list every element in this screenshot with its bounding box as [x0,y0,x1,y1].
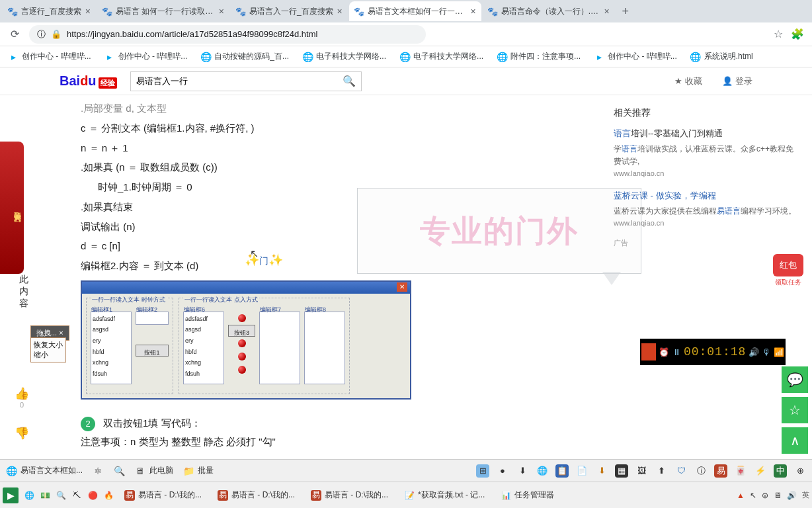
tray-icon[interactable]: 🖼 [635,464,648,478]
tb-icon[interactable]: ⛏ [71,490,82,501]
tray-icon[interactable]: ⓘ [694,464,708,478]
tray-icon[interactable]: ▦ [615,464,628,478]
recommend-item[interactable]: 蓝桥云课 - 做实验，学编程 蓝桥云课为大家提供在线编程易语言编程学习环境。 w… [614,189,799,230]
tray-icon[interactable]: ▲ [737,491,745,500]
close-icon[interactable]: × [604,6,610,17]
tray-icon[interactable]: ⬆ [655,464,668,478]
reload-button[interactable]: ⟳ [8,28,21,40]
chat-icon[interactable]: 💬 [782,366,808,393]
site-info-icon[interactable]: ⓘ [37,28,46,40]
tray-icon[interactable]: ⬇ [595,464,608,478]
tab-2[interactable]: 🐾易语言入一行_百度搜索× [231,1,348,21]
tray-icon[interactable]: ● [496,464,509,478]
new-tab-button[interactable]: + [616,5,635,19]
ide-titlebar[interactable]: ✕ [82,282,410,294]
dislike-button[interactable]: 👎 [15,426,29,441]
top-icon[interactable]: ∧ [782,427,808,454]
bookmark-item[interactable]: 🌐电子科技大学网络... [399,51,483,62]
close-icon[interactable]: × [59,329,63,337]
editbox-1[interactable]: 编辑框1adsfasdf asgsd ery hbfd xchng fdsuh [91,312,132,384]
mic-icon[interactable]: 🎙 [762,347,771,357]
close-icon[interactable]: × [85,6,91,17]
url-input[interactable]: ⓘ 🔒 https://jingyan.baidu.com/article/a1… [29,25,426,44]
logo[interactable]: Baidu经验 [60,73,117,89]
bookmark-item[interactable]: ▸创作中心 - 哔哩哔... [8,51,91,62]
taskbar-atom[interactable]: ⚛ [92,465,104,477]
red-envelope-button[interactable]: 红包 领取任务 [771,254,805,287]
bookmark-item[interactable]: 🌐自动按键的源码_百... [200,51,289,62]
speaker-icon[interactable]: 🔊 [749,347,759,357]
taskmgr-icon: 📊 [501,490,511,501]
editbox-7[interactable]: 编辑框7 [259,312,300,384]
taskbar-app[interactable]: 易易语言 - D:\我的... [212,487,300,503]
tb-icon[interactable]: 💵 [40,490,50,501]
tab-1[interactable]: 🐾易语言 如何一行一行读取编辑× [97,1,229,21]
ad-tag: 广告 [614,238,799,248]
login-button[interactable]: 👤 登录 [722,75,752,87]
taskbar-search[interactable]: 🔍 [113,465,125,477]
close-icon[interactable]: × [219,6,224,17]
tab-3[interactable]: 🐾易语言文本框如何一行一行写× [349,1,481,21]
star-icon[interactable]: ☆ [782,397,808,423]
recommend-item[interactable]: 语言培训--零基础入门到精通 学语言培训做实战，认准蓝桥云课。众多c++教程免费… [614,127,799,180]
tray-icon[interactable]: 📄 [575,464,589,478]
ime-indicator[interactable]: 英 [802,490,809,500]
tray-icon[interactable]: ⚡ [754,464,767,478]
tray-icon[interactable]: 🌐 [536,464,549,478]
tray-icon[interactable]: 🀄 [734,464,747,478]
editbox-6[interactable]: 编辑框6adsfasdf asgsd ery hbfd xchng fdsuh [183,312,224,384]
tray-icon[interactable]: 🛡 [674,464,688,478]
close-icon[interactable]: × [337,6,343,17]
drag-options[interactable]: 恢复大小 缩小 [30,337,66,362]
like-button[interactable]: 👍0 [15,386,29,409]
tab-0[interactable]: 🐾言逐行_百度搜索× [3,1,96,21]
taskbar-thispc[interactable]: 🖥此电脑 [134,465,173,477]
stop-record-icon[interactable] [641,343,656,360]
search-input[interactable] [136,76,343,86]
tray-icon[interactable]: 易 [714,464,727,478]
tray-icon[interactable]: ⊜ [762,491,768,500]
paw-icon: 🐾 [236,7,245,16]
taskbar-folder[interactable]: 📁批量 [183,465,214,477]
bookmark-item[interactable]: 🌐电子科技大学网络... [302,51,386,62]
tray-icon[interactable]: ⊞ [476,464,489,478]
tb-icon[interactable]: 🔍 [56,490,66,501]
tray-icon[interactable]: 中 [774,464,787,478]
favorite-button[interactable]: ★ 收藏 [674,75,702,87]
taskbar-chrome[interactable]: 🌐易语言文本框如... [5,465,83,477]
editbox-8[interactable]: 编辑框8 [304,312,345,384]
button-1[interactable]: 按钮1 [136,345,169,357]
taskbar-app[interactable]: 易易语言 - D:\我的... [119,487,207,503]
tray-icon[interactable]: 🔊 [787,491,797,500]
taskbar-app[interactable]: 📝*获取音频.txt - 记... [399,487,490,503]
bookmark-item[interactable]: 🌐附件四：注意事项... [497,51,581,62]
taskbar-app[interactable]: 易易语言 - D:\我的... [305,487,393,503]
tray-icon[interactable]: 🖥 [774,491,782,500]
tray-icon[interactable]: ⬇ [516,464,529,478]
float-actions: 💬 ☆ ∧ [782,366,808,454]
tb-icon[interactable]: 🌐 [24,490,34,501]
left-red-banner[interactable]: 待领取 人吉大利 [0,142,24,274]
globe-icon: 🌐 [399,52,410,62]
taskbar-app[interactable]: 📊任务管理器 [495,487,559,503]
search-box[interactable]: 🔍 [130,71,362,91]
tb-icon[interactable]: 🔥 [103,490,114,501]
bookmark-item[interactable]: 🌐系统说明.html [690,51,753,62]
button-3[interactable]: 按钮3 [228,325,255,337]
tray-icon[interactable]: ↖ [750,491,756,500]
tray-icon[interactable]: ⊕ [793,464,807,478]
extensions-icon[interactable]: 🧩 [791,28,804,40]
bookmark-item[interactable]: ▸创作中心 - 哔哩哔... [594,51,677,62]
tb-icon[interactable]: 🔴 [87,490,98,501]
bookmark-star-icon[interactable]: ☆ [774,28,783,40]
screen-recorder-widget[interactable]: ⏰ ⏸ 00:01:18 🔊 🎙 📶 [640,339,786,365]
close-icon[interactable]: ✕ [397,282,407,292]
bookmark-item[interactable]: ▸创作中心 - 哔哩哔... [104,51,188,62]
close-icon[interactable]: × [471,6,476,17]
start-button[interactable]: ▶ [3,487,19,503]
pause-icon[interactable]: ⏸ [672,347,681,357]
tray-icon[interactable]: 📋 [555,464,569,478]
editbox-2[interactable]: 编辑框2 [136,312,169,325]
tab-4[interactable]: 🐾易语言命令（读入一行）......× [483,1,615,21]
search-icon[interactable]: 🔍 [343,75,356,87]
